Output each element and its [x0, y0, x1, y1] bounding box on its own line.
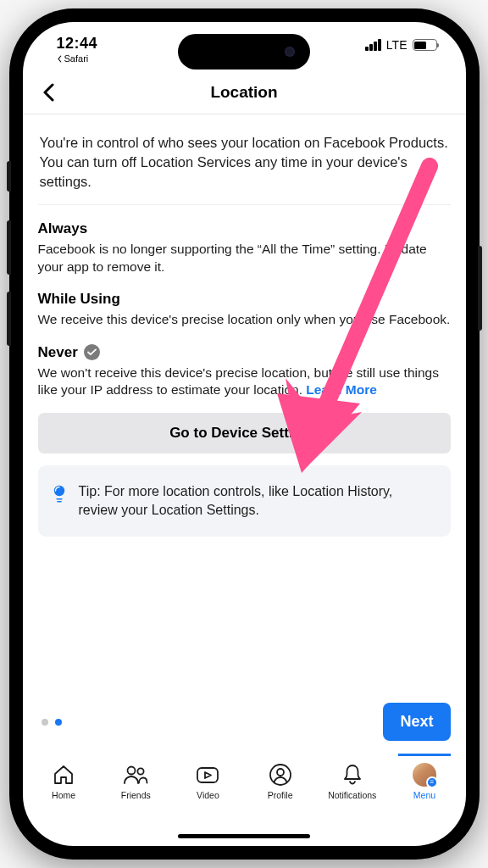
status-time: 12:44: [57, 36, 98, 51]
back-button[interactable]: [38, 80, 60, 108]
chevron-left-icon: [42, 83, 57, 102]
hw-volume-up: [7, 220, 11, 275]
pagination-dots: [42, 719, 62, 726]
svg-point-4: [138, 768, 144, 774]
nav-profile-label: Profile: [268, 790, 293, 800]
page-dot-2: [55, 719, 62, 726]
nav-friends-label: Friends: [121, 790, 151, 800]
svg-rect-5: [197, 768, 218, 782]
next-button[interactable]: Next: [383, 703, 450, 741]
svg-point-6: [270, 765, 291, 785]
nav-friends[interactable]: Friends: [100, 763, 172, 800]
page-title: Location: [210, 83, 277, 102]
profile-icon: [269, 763, 292, 787]
checkmark-badge-icon: [84, 344, 100, 360]
phone-frame: 12:44 Safari LTE Location You're in cont…: [9, 8, 480, 860]
option-never-title: Never: [38, 344, 78, 361]
home-icon: [52, 763, 75, 787]
option-always-desc: Facebook is no longer supporting the “Al…: [38, 241, 451, 275]
option-while-using-desc: We receive this device's precise locatio…: [38, 311, 451, 328]
bell-icon: [341, 763, 363, 787]
nav-notifications-label: Notifications: [328, 790, 376, 800]
nav-menu-label: Menu: [413, 790, 435, 800]
dynamic-island: [178, 34, 310, 70]
nav-menu[interactable]: Menu: [388, 763, 460, 800]
video-icon: [195, 763, 220, 787]
svg-point-3: [128, 767, 136, 775]
page-header: Location: [23, 75, 466, 114]
nav-home[interactable]: Home: [28, 763, 100, 800]
page-dot-1: [42, 719, 48, 726]
option-never-desc: We won't receive this device's precise l…: [38, 364, 451, 399]
nav-video[interactable]: Video: [172, 763, 244, 800]
option-always-title: Always: [38, 220, 88, 237]
svg-point-7: [277, 769, 284, 776]
option-always: Always Facebook is no longer supporting …: [38, 205, 451, 275]
option-while-using: While Using We receive this device's pre…: [38, 275, 451, 328]
lightbulb-icon: [52, 484, 67, 504]
svg-rect-1: [56, 498, 62, 500]
nav-home-label: Home: [52, 790, 75, 800]
tip-text: Tip: For more location controls, like Lo…: [79, 482, 434, 520]
home-indicator[interactable]: [178, 834, 310, 838]
network-type-label: LTE: [386, 38, 408, 52]
avatar-icon: [413, 763, 436, 787]
cell-signal-icon: [365, 39, 381, 51]
hw-volume-down: [7, 292, 11, 346]
intro-text: You're in control of who sees your locat…: [38, 114, 451, 205]
tip-box: Tip: For more location controls, like Lo…: [38, 465, 451, 537]
hw-power-button: [478, 246, 482, 331]
bottom-nav: Home Friends Video Profile: [23, 754, 466, 817]
back-to-safari[interactable]: Safari: [57, 53, 98, 64]
svg-rect-2: [57, 501, 62, 503]
hw-silence-switch: [7, 161, 11, 192]
camera-dot-icon: [285, 47, 295, 57]
battery-icon: [413, 39, 437, 51]
screen: 12:44 Safari LTE Location You're in cont…: [23, 22, 466, 846]
caret-left-icon: [57, 55, 63, 63]
option-while-using-title: While Using: [38, 291, 120, 308]
option-never: Never We won't receive this device's pre…: [38, 329, 451, 399]
go-to-device-settings-button[interactable]: Go to Device Settings: [38, 413, 451, 453]
nav-notifications[interactable]: Notifications: [316, 763, 388, 800]
back-app-label: Safari: [64, 53, 89, 64]
nav-profile[interactable]: Profile: [244, 763, 316, 800]
learn-more-link[interactable]: Learn More: [306, 382, 377, 397]
active-tab-indicator: [398, 754, 450, 756]
menu-badge-icon: [426, 776, 438, 788]
friends-icon: [122, 763, 149, 787]
nav-video-label: Video: [197, 790, 219, 800]
